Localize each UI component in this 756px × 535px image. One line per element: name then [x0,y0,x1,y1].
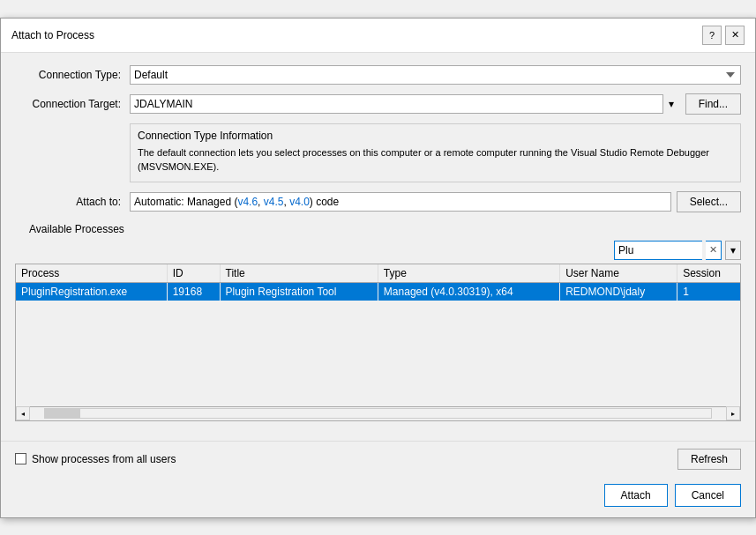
connection-type-row: Connection Type: Default [15,65,741,85]
attach-button[interactable]: Attach [604,484,668,507]
attach-to-row: Attach to: Automatic: Managed (v4.6, v4.… [15,191,741,212]
v45-text: v4.5 [264,196,284,208]
col-process: Process [16,264,167,283]
connection-type-label: Connection Type: [15,69,130,81]
connection-info-group: Connection Type Information The default … [130,123,741,182]
empty-cell [16,301,740,406]
action-bar: Attach Cancel [1,477,755,517]
info-text-line2: (MSVSMON.EXE). [138,161,219,172]
close-button[interactable]: ✕ [725,26,745,45]
col-username: User Name [560,264,677,283]
cell-title: Plugin Registration Tool [220,282,378,301]
col-id: ID [167,264,220,283]
connection-type-select[interactable]: Default [130,65,741,85]
attach-to-label: Attach to: [15,196,130,208]
scrollbar-thumb[interactable] [45,409,80,418]
connection-target-input[interactable] [130,94,680,114]
filter-dropdown-button[interactable]: ▾ [725,241,741,260]
table-row[interactable]: PluginRegistration.exe 19168 Plugin Regi… [16,282,740,301]
cell-username: REDMOND\jdaly [560,282,677,301]
attach-to-text: Automatic: Managed (v4.6, v4.5, v4.0) co… [134,196,339,208]
filter-row: ✕ ▾ [15,241,741,260]
filter-input[interactable] [614,241,702,260]
v46-text: v4.6 [237,196,258,208]
connection-target-label: Connection Target: [15,98,130,110]
cell-type: Managed (v4.0.30319), x64 [378,282,559,301]
title-bar-buttons: ? ✕ [702,26,745,45]
info-text-line1: The default connection lets you select p… [138,147,709,158]
scroll-left-button[interactable]: ◂ [16,406,30,420]
find-button[interactable]: Find... [685,93,741,115]
col-title: Title [220,264,378,283]
show-all-wrap: Show processes from all users [15,453,670,465]
info-group-title: Connection Type Information [138,130,733,142]
scrollbar-track[interactable] [44,408,712,419]
col-type: Type [378,264,559,283]
attach-to-process-dialog: Attach to Process ? ✕ Connection Type: D… [0,18,756,518]
table-header: Process ID Title Type User Name Session [16,264,740,283]
help-button[interactable]: ? [702,26,722,45]
info-text: The default connection lets you select p… [138,145,733,175]
connection-target-row: Connection Target: ▾ Find... [15,93,741,115]
empty-space [16,301,740,406]
col-session: Session [677,264,740,283]
dialog-title: Attach to Process [11,29,94,41]
cancel-button[interactable]: Cancel [675,484,741,507]
dialog-body: Connection Type: Default Connection Targ… [1,53,755,441]
select-button[interactable]: Select... [677,191,741,212]
cell-id: 19168 [167,282,220,301]
v40-text: v4.0 [289,196,310,208]
cell-process: PluginRegistration.exe [16,282,167,301]
table-body: PluginRegistration.exe 19168 Plugin Regi… [16,282,740,406]
show-all-label: Show processes from all users [32,453,176,465]
available-processes-label: Available Processes [29,223,741,235]
bottom-bar: Show processes from all users Refresh [1,441,755,477]
horizontal-scrollbar[interactable]: ◂ ▸ [16,406,740,420]
process-table-wrap: Process ID Title Type User Name Session … [15,264,741,421]
title-bar: Attach to Process ? ✕ [1,19,755,53]
connection-target-dropdown-icon[interactable]: ▾ [662,94,680,114]
refresh-button[interactable]: Refresh [677,449,741,470]
cell-session: 1 [677,282,740,301]
attach-to-value: Automatic: Managed (v4.6, v4.5, v4.0) co… [130,192,671,212]
filter-clear-button[interactable]: ✕ [706,241,722,260]
show-all-checkbox[interactable] [15,453,26,464]
process-table: Process ID Title Type User Name Session … [16,264,740,406]
connection-target-combo: ▾ [130,94,680,114]
table-header-row: Process ID Title Type User Name Session [16,264,740,283]
connection-target-wrap: ▾ Find... [130,93,741,115]
connection-type-wrap: Default [130,65,741,85]
attach-to-wrap: Automatic: Managed (v4.6, v4.5, v4.0) co… [130,191,741,212]
scroll-right-button[interactable]: ▸ [726,406,740,420]
